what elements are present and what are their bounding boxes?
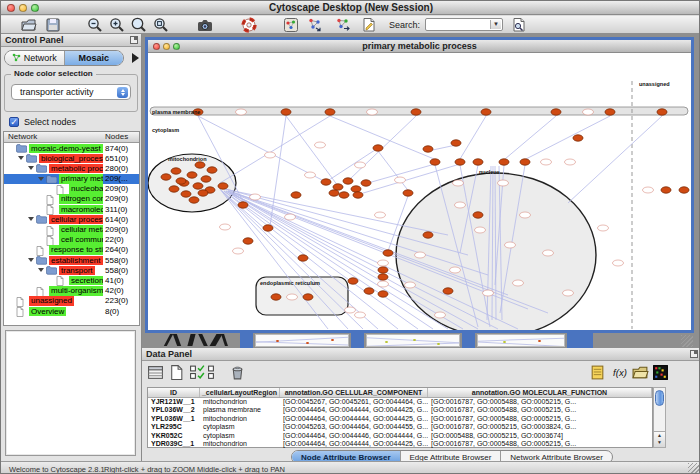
- zoom-out-icon[interactable]: [87, 17, 103, 33]
- attribute-table-header[interactable]: ID_cellularLayoutRegionannotation.GO CEL…: [148, 388, 652, 398]
- tree-row-transport[interactable]: transport558(0): [4, 265, 139, 275]
- graph-node[interactable]: [573, 135, 583, 141]
- matrix-icon[interactable]: [652, 364, 669, 381]
- graph-node[interactable]: [373, 145, 383, 151]
- zoom-fit-icon[interactable]: [153, 17, 169, 33]
- graph-node[interactable]: [171, 168, 181, 174]
- graph-node[interactable]: [430, 159, 440, 165]
- checkbox-checked-icon[interactable]: ✓: [9, 117, 19, 127]
- network-overview-panel[interactable]: [5, 330, 136, 456]
- graph-node[interactable]: [451, 140, 461, 146]
- table-row[interactable]: YLR295Ccytoplasm[GO:0045263, GO:0044464,…: [148, 423, 652, 431]
- tree-row-unassigned[interactable]: unassigned223(0): [4, 296, 139, 306]
- column-header-3[interactable]: annotation.GO MOLECULAR_FUNCTION: [428, 388, 652, 397]
- disclosure-triangle-icon[interactable]: [38, 268, 44, 272]
- table-row[interactable]: YKR052Ccytoplasm[GO:0044464, GO:0044446,…: [148, 432, 652, 440]
- graph-node[interactable]: [520, 159, 530, 165]
- disclosure-triangle-icon[interactable]: [38, 177, 44, 181]
- graph-node[interactable]: [198, 190, 208, 196]
- disclosure-triangle-icon[interactable]: [28, 166, 34, 170]
- tree-row-nucleobase-[interactable]: nucleobase-209(0): [4, 184, 139, 194]
- graph-node[interactable]: [679, 187, 689, 193]
- import-network-icon[interactable]: [335, 17, 351, 33]
- graph-node[interactable]: [321, 179, 331, 185]
- node-color-attribute-select[interactable]: transporter activity: [11, 84, 131, 100]
- tab-network[interactable]: Network: [5, 51, 64, 65]
- tree-row-secretion[interactable]: secretion41(0): [4, 275, 139, 285]
- graph-node[interactable]: [193, 183, 203, 189]
- snapshot-icon[interactable]: [197, 17, 213, 33]
- scrollbar-arrows[interactable]: ▲▼: [654, 431, 665, 447]
- zoom-in-icon[interactable]: [109, 17, 125, 33]
- zoom-selected-icon[interactable]: [131, 17, 147, 33]
- notepad-icon[interactable]: [589, 364, 606, 381]
- combo-stepper-icon[interactable]: [117, 87, 128, 98]
- column-header-0[interactable]: ID: [148, 388, 200, 397]
- graph-node[interactable]: [169, 186, 179, 192]
- tree-row-primary-metabo[interactable]: primary metabo209(...: [4, 174, 139, 184]
- tree-row-biological-process[interactable]: biological_process651(0): [4, 153, 139, 163]
- attr-table-icon[interactable]: [147, 364, 164, 381]
- graph-node[interactable]: [263, 225, 273, 231]
- graph-node[interactable]: [423, 146, 433, 152]
- graph-node[interactable]: [473, 159, 483, 165]
- graph-node[interactable]: [176, 178, 186, 184]
- help-icon[interactable]: [241, 17, 257, 33]
- save-icon[interactable]: [45, 17, 61, 33]
- disclosure-triangle-icon[interactable]: [18, 156, 24, 160]
- graph-node[interactable]: [181, 191, 191, 197]
- graph-node[interactable]: [455, 159, 465, 165]
- new-attr-icon[interactable]: [168, 364, 185, 381]
- graph-node[interactable]: [201, 176, 211, 182]
- graph-node[interactable]: [303, 294, 313, 300]
- tree-row-cellular-process[interactable]: cellular process614(0): [4, 214, 139, 224]
- graph-node[interactable]: [325, 109, 335, 115]
- table-row[interactable]: YDR039C__1mitochondrion[GO:0044464, GO:0…: [148, 440, 652, 448]
- graph-node[interactable]: [378, 291, 388, 297]
- scrollbar-thumb[interactable]: [655, 390, 664, 406]
- graph-node[interactable]: [351, 186, 361, 192]
- graph-node[interactable]: [238, 202, 248, 208]
- window-resize-grip[interactable]: [681, 335, 693, 347]
- float-panel-icon[interactable]: [690, 350, 698, 358]
- graph-node[interactable]: [353, 192, 363, 198]
- column-header-1[interactable]: _cellularLayoutRegion: [200, 388, 280, 397]
- graph-node[interactable]: [657, 109, 667, 115]
- column-header-2[interactable]: annotation.GO CELLULAR_COMPONENT: [280, 388, 428, 397]
- graph-node[interactable]: [364, 288, 374, 294]
- graph-node[interactable]: [195, 162, 205, 168]
- graph-node[interactable]: [189, 197, 199, 203]
- tree-row-cellular-metabol[interactable]: cellular metabol209(0): [4, 225, 139, 235]
- open-attr-folder-icon[interactable]: [632, 364, 649, 381]
- formula-icon[interactable]: f(x): [612, 364, 629, 381]
- table-vertical-scrollbar[interactable]: ▲▼: [653, 387, 666, 448]
- graph-node[interactable]: [361, 180, 371, 186]
- select-attrs-icon[interactable]: [189, 364, 206, 381]
- graph-node[interactable]: [443, 288, 453, 294]
- vizmapper-icon[interactable]: [283, 17, 299, 33]
- graph-node[interactable]: [481, 109, 491, 115]
- search-settings-icon[interactable]: [511, 17, 527, 33]
- graph-node[interactable]: [378, 267, 388, 273]
- graph-node[interactable]: [423, 232, 433, 238]
- tree-row-cell-communicat[interactable]: cell communicat22(0): [4, 235, 139, 245]
- graph-node[interactable]: [661, 187, 671, 193]
- tab-overflow-arrow-icon[interactable]: [132, 53, 139, 63]
- graph-node[interactable]: [243, 238, 253, 244]
- attribute-table[interactable]: ID_cellularLayoutRegionannotation.GO CEL…: [147, 387, 653, 448]
- tab-mosaic[interactable]: Mosaic: [64, 51, 124, 65]
- open-file-icon[interactable]: [21, 17, 37, 33]
- graph-node[interactable]: [343, 178, 353, 184]
- float-panel-icon[interactable]: [130, 36, 138, 44]
- graph-node[interactable]: [187, 172, 197, 178]
- tree-row-multi-organism-pro[interactable]: multi-organism pro42(0): [4, 286, 139, 296]
- app-resize-grip[interactable]: [688, 463, 700, 474]
- network-window-titlebar[interactable]: primary metabolic process: [148, 40, 691, 53]
- network-view-window[interactable]: primary metabolic process plasma membran…: [145, 37, 694, 333]
- disclosure-triangle-icon[interactable]: [28, 258, 34, 262]
- graph-node[interactable]: [605, 109, 615, 115]
- table-row[interactable]: YPL036W__2plasma membrane[GO:0044464, GO…: [148, 406, 652, 414]
- graph-node[interactable]: [473, 212, 483, 218]
- chevron-down-icon[interactable]: ▼: [490, 20, 501, 29]
- graph-node[interactable]: [383, 250, 393, 256]
